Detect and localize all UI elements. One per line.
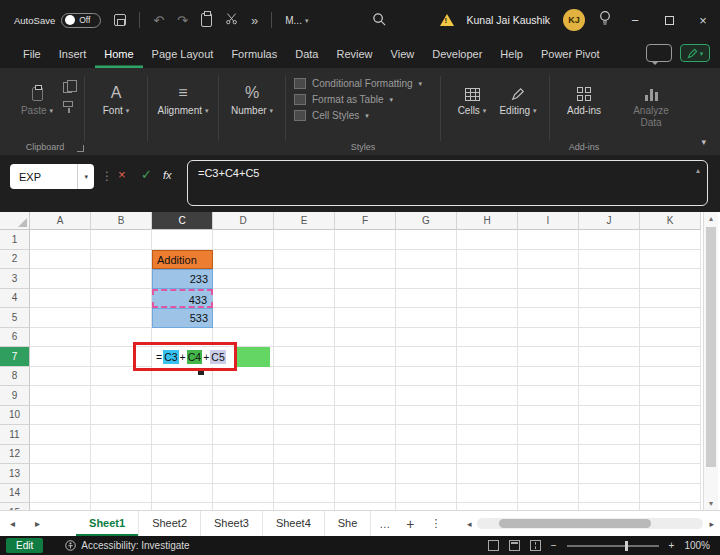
cells-button[interactable]: Cells▾ [449,74,495,139]
cell-J5[interactable] [579,308,640,328]
cell-E2[interactable] [274,250,335,270]
cell-D2[interactable] [213,250,274,270]
row-header-7[interactable]: 7 [0,347,30,367]
cell-E3[interactable] [274,269,335,289]
vertical-scrollbar-thumb[interactable] [706,227,716,467]
cell-B11[interactable] [91,425,152,445]
cell-J10[interactable] [579,406,640,426]
sheet-nav-right-icon[interactable]: ▸ [25,518,50,529]
cell-H4[interactable] [457,289,518,309]
cell-G14[interactable] [396,484,457,504]
insert-function-button[interactable]: fx [163,170,172,181]
cell-E7[interactable] [274,347,335,367]
formula-input[interactable]: =C3+C4+C5 ▴ [187,160,708,206]
chevron-down-icon[interactable]: ▾ [77,164,94,189]
scissors-icon[interactable] [225,11,238,29]
cell-K10[interactable] [640,406,701,426]
cell-C5[interactable]: 533 [152,308,213,328]
cell-G2[interactable] [396,250,457,270]
cell-D5[interactable] [213,308,274,328]
cell-D6[interactable] [213,328,274,348]
undo-icon[interactable]: ↶ [153,14,164,27]
cell-J3[interactable] [579,269,640,289]
cell-I2[interactable] [518,250,579,270]
cell-D14[interactable] [213,484,274,504]
cell-J13[interactable] [579,464,640,484]
collapse-ribbon-icon[interactable]: ▾ [701,137,706,147]
tab-power-pivot[interactable]: Power Pivot [532,40,609,68]
cell-H8[interactable] [457,367,518,387]
cell-K9[interactable] [640,386,701,406]
cell-E9[interactable] [274,386,335,406]
cell-I14[interactable] [518,484,579,504]
cell-I10[interactable] [518,406,579,426]
cell-J9[interactable] [579,386,640,406]
cell-C11[interactable] [152,425,213,445]
cell-H12[interactable] [457,445,518,465]
tab-home[interactable]: Home [95,40,142,68]
tab-developer[interactable]: Developer [423,40,491,68]
horizontal-scrollbar[interactable] [477,518,703,529]
cell-F11[interactable] [335,425,396,445]
formula-edit-cell[interactable]: =C3+C4+C5 [152,347,237,367]
accessibility-status[interactable]: Accessibility: Investigate [65,540,189,551]
lightbulb-icon[interactable] [598,10,612,30]
sheet-tab-sheet1[interactable]: Sheet1 [76,511,139,536]
row-header-1[interactable]: 1 [0,230,30,250]
cell-F15[interactable] [335,503,396,510]
cell-H14[interactable] [457,484,518,504]
cell-J15[interactable] [579,503,640,510]
cell-I9[interactable] [518,386,579,406]
cell-K6[interactable] [640,328,701,348]
column-header-K[interactable]: K [640,212,701,230]
column-header-G[interactable]: G [396,212,457,230]
cell-H7[interactable] [457,347,518,367]
add-sheet-button[interactable]: + [398,516,422,532]
hscroll-right-icon[interactable]: ▸ [709,519,714,529]
cell-E4[interactable] [274,289,335,309]
cell-B2[interactable] [91,250,152,270]
cell-G1[interactable] [396,230,457,250]
cell-F3[interactable] [335,269,396,289]
autosave-control[interactable]: AutoSave Off [14,13,101,28]
cell-I4[interactable] [518,289,579,309]
cell-mode-indicator[interactable]: Edit [6,538,43,553]
collapse-formula-bar-icon[interactable]: ▴ [696,166,700,175]
cell-C8[interactable] [152,367,213,387]
cell-D4[interactable] [213,289,274,309]
cell-A15[interactable] [30,503,91,510]
cell-H9[interactable] [457,386,518,406]
cell-I6[interactable] [518,328,579,348]
row-header-14[interactable]: 14 [0,484,30,504]
cell-B5[interactable] [91,308,152,328]
sheet-menu-icon[interactable]: ⋮ [423,517,450,530]
cell-A12[interactable] [30,445,91,465]
cell-H13[interactable] [457,464,518,484]
cell-D8[interactable] [213,367,274,387]
maximize-button[interactable] [652,0,686,40]
cell-I15[interactable] [518,503,579,510]
row-header-10[interactable]: 10 [0,406,30,426]
cell-H11[interactable] [457,425,518,445]
sheet-tab-she[interactable]: She [325,511,372,536]
cell-A13[interactable] [30,464,91,484]
column-header-E[interactable]: E [274,212,335,230]
cell-G13[interactable] [396,464,457,484]
cell-A14[interactable] [30,484,91,504]
sheet-tab-sheet2[interactable]: Sheet2 [139,511,201,536]
close-button[interactable]: × [686,0,720,40]
cell-H3[interactable] [457,269,518,289]
cell-D10[interactable] [213,406,274,426]
page-layout-view-icon[interactable] [509,540,520,551]
page-break-view-icon[interactable] [530,540,541,551]
row-header-5[interactable]: 5 [0,308,30,328]
save-icon[interactable] [114,14,126,26]
tab-help[interactable]: Help [491,40,532,68]
cell-J6[interactable] [579,328,640,348]
cell-F5[interactable] [335,308,396,328]
cell-K1[interactable] [640,230,701,250]
cell-J14[interactable] [579,484,640,504]
cell-K13[interactable] [640,464,701,484]
cell-C6[interactable] [152,328,213,348]
analyze-data-button[interactable]: Analyze Data [622,74,680,139]
